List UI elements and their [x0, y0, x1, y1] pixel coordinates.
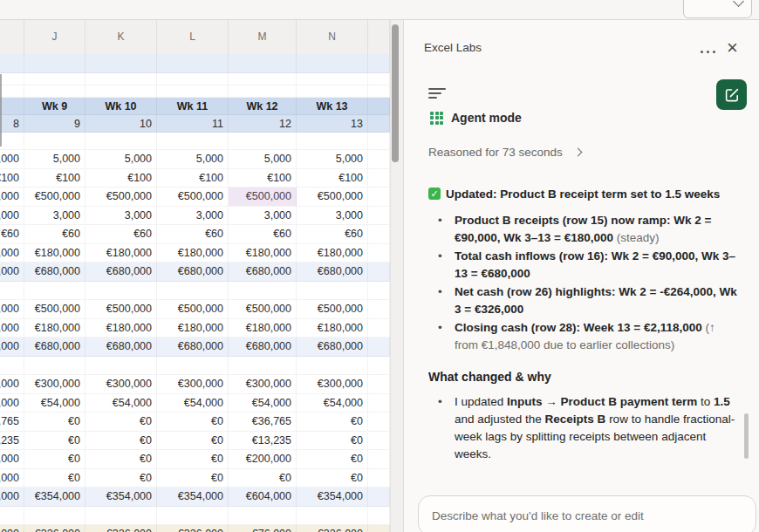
cell[interactable]: [85, 507, 157, 525]
sheet-scrollbar-thumb[interactable]: [392, 24, 399, 162]
cell[interactable]: €300,000: [229, 375, 297, 393]
cell[interactable]: [368, 54, 390, 72]
cell[interactable]: [0, 507, 24, 525]
cell[interactable]: €680,000: [157, 338, 229, 356]
cell[interactable]: ,000: [0, 150, 24, 168]
cell[interactable]: €180,000: [85, 319, 157, 338]
cell[interactable]: ,000: [0, 469, 24, 488]
cell[interactable]: [297, 54, 368, 72]
cell[interactable]: €180,000: [157, 244, 229, 263]
cell[interactable]: [229, 85, 297, 97]
ribbon-collapse-button[interactable]: [683, 0, 752, 18]
cell[interactable]: €0: [85, 432, 157, 450]
cell[interactable]: [297, 85, 368, 97]
cell[interactable]: €500,000: [85, 188, 157, 206]
cell[interactable]: 3,000: [229, 207, 297, 225]
cell[interactable]: [24, 85, 85, 97]
cell[interactable]: [229, 73, 297, 85]
cell[interactable]: €200,000: [229, 450, 297, 468]
cell[interactable]: [368, 413, 390, 431]
column-header[interactable]: N: [297, 19, 368, 54]
cell[interactable]: ,000: [0, 244, 24, 263]
reasoning-summary[interactable]: Reasoned for 73 seconds: [428, 146, 581, 159]
cell[interactable]: [229, 54, 297, 72]
cell[interactable]: €680,000: [85, 263, 157, 281]
cell[interactable]: €500,000: [85, 300, 157, 318]
cell[interactable]: €0: [157, 469, 229, 488]
cell[interactable]: €680,000: [157, 263, 229, 281]
cell[interactable]: [0, 133, 24, 149]
cell[interactable]: [0, 357, 24, 375]
cell[interactable]: [24, 282, 85, 300]
cell[interactable]: ,235: [0, 432, 24, 450]
cell[interactable]: €180,000: [85, 244, 157, 263]
cell[interactable]: €680,000: [297, 338, 368, 356]
cell[interactable]: €0: [85, 450, 157, 468]
cell[interactable]: [368, 319, 390, 338]
agent-mode-selector[interactable]: Agent mode: [430, 111, 522, 125]
cell[interactable]: €300,000: [24, 375, 85, 393]
cell[interactable]: €100: [24, 169, 85, 188]
cell[interactable]: €354,000: [157, 488, 229, 506]
cell[interactable]: [368, 338, 390, 356]
cell[interactable]: 8: [0, 115, 24, 132]
cell[interactable]: ,000: [0, 375, 24, 393]
cell[interactable]: 3,000: [297, 207, 368, 225]
cell[interactable]: €0: [85, 469, 157, 488]
cell[interactable]: €180,000: [229, 319, 297, 338]
cell[interactable]: €680,000: [24, 263, 85, 281]
cell[interactable]: €500,000: [24, 188, 85, 206]
cell[interactable]: €300,000: [157, 375, 229, 393]
cell[interactable]: [297, 73, 368, 85]
cell[interactable]: ,000: [0, 450, 24, 468]
cell[interactable]: [229, 133, 297, 149]
cell[interactable]: 5,000: [157, 150, 229, 168]
cell[interactable]: €180,000: [24, 319, 85, 338]
cell[interactable]: ,000: [0, 263, 24, 281]
cell[interactable]: €76,000: [229, 525, 297, 532]
cell[interactable]: [368, 469, 390, 488]
cell[interactable]: [368, 394, 390, 413]
cell[interactable]: €680,000: [229, 338, 297, 356]
cell[interactable]: €100: [85, 169, 157, 188]
cell[interactable]: [368, 73, 390, 85]
cell[interactable]: ,000: [0, 394, 24, 413]
cell[interactable]: €180,000: [297, 319, 368, 338]
cell[interactable]: [368, 133, 390, 149]
cell[interactable]: €680,000: [24, 338, 85, 356]
cell[interactable]: Wk 9: [24, 98, 85, 114]
cell[interactable]: [297, 507, 368, 525]
cell[interactable]: €100: [0, 169, 24, 188]
cell[interactable]: [368, 244, 390, 263]
cell[interactable]: €0: [157, 450, 229, 468]
cell[interactable]: 5,000: [85, 150, 157, 168]
cell[interactable]: [297, 357, 368, 375]
close-pane-button[interactable]: ×: [727, 38, 738, 58]
cell[interactable]: [0, 54, 24, 72]
cell[interactable]: [24, 73, 85, 85]
new-chat-button[interactable]: [716, 79, 747, 110]
cell[interactable]: €0: [297, 450, 368, 468]
cell[interactable]: €500,000: [229, 188, 297, 206]
cell[interactable]: [0, 73, 24, 85]
cell[interactable]: €300,000: [297, 375, 368, 393]
cell[interactable]: [85, 54, 157, 72]
cell[interactable]: [0, 282, 24, 300]
cell[interactable]: 5,000: [229, 150, 297, 168]
cell[interactable]: ,000: [0, 338, 24, 356]
cell[interactable]: €54,000: [85, 394, 157, 413]
cell[interactable]: 5,000: [24, 150, 85, 168]
cell[interactable]: €326,000: [85, 525, 157, 532]
cell[interactable]: €680,000: [85, 338, 157, 356]
cell[interactable]: 3,000: [24, 207, 85, 225]
cell[interactable]: ,000: [0, 525, 24, 532]
cell[interactable]: €180,000: [157, 319, 229, 338]
cell[interactable]: [157, 73, 229, 85]
cell[interactable]: €354,000: [24, 488, 85, 506]
cell[interactable]: [368, 525, 390, 532]
cell[interactable]: €326,000: [297, 525, 368, 532]
cell[interactable]: [157, 357, 229, 375]
cell[interactable]: €54,000: [229, 394, 297, 413]
cell[interactable]: [24, 357, 85, 375]
cell[interactable]: [85, 282, 157, 300]
